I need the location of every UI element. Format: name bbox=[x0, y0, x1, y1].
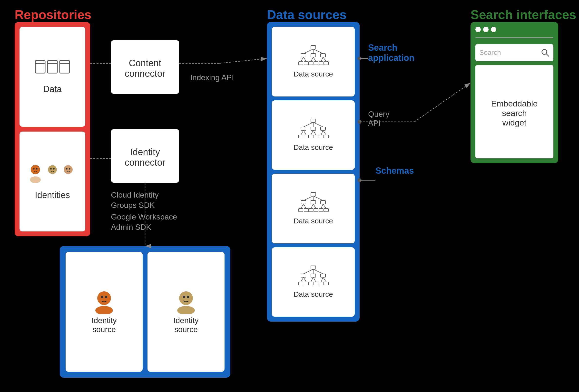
svg-rect-79 bbox=[299, 282, 303, 285]
svg-line-93 bbox=[323, 277, 326, 282]
data-card-label: Data bbox=[43, 84, 62, 94]
svg-line-69 bbox=[301, 204, 303, 208]
svg-line-71 bbox=[311, 204, 313, 208]
svg-line-66 bbox=[303, 196, 313, 200]
svg-rect-19 bbox=[301, 54, 306, 57]
svg-line-54 bbox=[321, 130, 323, 135]
search-application-label: Searchapplication bbox=[368, 43, 414, 63]
identity-sources-container: Identitysource Identitysource bbox=[60, 246, 230, 378]
search-dots bbox=[475, 27, 553, 32]
svg-line-31 bbox=[301, 57, 303, 62]
identities-card-label: Identities bbox=[35, 190, 70, 200]
diagram-container: Repositories Data sources Search interfa… bbox=[0, 0, 579, 392]
svg-line-51 bbox=[303, 130, 306, 135]
svg-rect-44 bbox=[314, 135, 318, 138]
svg-line-30 bbox=[313, 49, 323, 54]
svg-point-97 bbox=[95, 306, 113, 314]
network-icon-2 bbox=[297, 118, 329, 140]
svg-point-101 bbox=[177, 306, 195, 314]
svg-rect-59 bbox=[321, 200, 325, 204]
svg-line-32 bbox=[303, 57, 306, 62]
search-interfaces-title: Search interfaces bbox=[471, 7, 576, 22]
datasource-card-2-label: Data source bbox=[293, 143, 333, 151]
svg-rect-39 bbox=[311, 127, 316, 130]
datasource-card-2: Data source bbox=[272, 100, 355, 170]
svg-line-28 bbox=[303, 49, 313, 54]
svg-rect-2 bbox=[48, 61, 57, 73]
svg-line-89 bbox=[303, 277, 306, 282]
svg-point-100 bbox=[187, 296, 189, 298]
svg-rect-57 bbox=[301, 200, 306, 204]
identity-source-1-label: Identitysource bbox=[91, 316, 117, 334]
svg-point-12 bbox=[48, 165, 57, 174]
svg-rect-42 bbox=[304, 135, 308, 138]
identities-icon bbox=[28, 163, 77, 187]
svg-rect-56 bbox=[311, 193, 316, 196]
svg-point-96 bbox=[105, 296, 107, 298]
svg-rect-38 bbox=[301, 127, 306, 130]
identity-connector-label: Identityconnector bbox=[125, 147, 165, 168]
svg-rect-25 bbox=[314, 62, 318, 65]
svg-rect-4 bbox=[60, 61, 70, 73]
svg-point-11 bbox=[36, 168, 38, 170]
content-connector-label: Contentconnector bbox=[125, 58, 165, 79]
svg-point-17 bbox=[69, 168, 71, 170]
svg-point-13 bbox=[50, 168, 52, 170]
svg-rect-37 bbox=[311, 119, 316, 122]
datasource-card-3: Data source bbox=[272, 174, 355, 243]
identity-source-card-1: Identitysource bbox=[66, 252, 143, 372]
network-icon-4 bbox=[297, 265, 329, 287]
svg-rect-24 bbox=[309, 62, 313, 65]
svg-rect-27 bbox=[324, 62, 328, 65]
svg-rect-41 bbox=[299, 135, 303, 138]
svg-rect-61 bbox=[304, 208, 308, 212]
svg-rect-63 bbox=[314, 208, 318, 212]
svg-rect-78 bbox=[321, 274, 325, 277]
content-connector-card: Contentconnector bbox=[111, 40, 179, 94]
svg-line-33 bbox=[311, 57, 313, 62]
svg-point-15 bbox=[64, 165, 73, 174]
search-icon bbox=[541, 48, 550, 57]
dot-3 bbox=[491, 27, 496, 32]
svg-rect-18 bbox=[311, 46, 316, 49]
svg-rect-82 bbox=[314, 282, 318, 285]
repositories-container: Data Ident bbox=[15, 22, 90, 236]
svg-line-53 bbox=[313, 130, 316, 135]
data-card: Data bbox=[19, 27, 85, 127]
svg-line-55 bbox=[323, 130, 326, 135]
svg-line-92 bbox=[321, 277, 323, 282]
svg-line-90 bbox=[311, 277, 313, 282]
google-workspace-label: Google WorkspaceAdmin SDK bbox=[111, 212, 179, 232]
svg-rect-58 bbox=[311, 200, 316, 204]
identity-source-card-2: Identitysource bbox=[147, 252, 224, 372]
svg-rect-21 bbox=[321, 54, 325, 57]
svg-point-95 bbox=[101, 296, 103, 298]
svg-point-94 bbox=[97, 291, 111, 305]
cloud-identity-label: Cloud IdentityGroups SDK bbox=[111, 190, 174, 210]
data-sources-title: Data sources bbox=[267, 7, 347, 22]
svg-line-49 bbox=[313, 122, 323, 127]
svg-point-99 bbox=[183, 296, 185, 298]
svg-rect-43 bbox=[309, 135, 313, 138]
search-placeholder: Search bbox=[479, 49, 501, 57]
svg-rect-20 bbox=[311, 54, 316, 57]
svg-line-72 bbox=[313, 204, 316, 208]
dot-1 bbox=[475, 27, 481, 32]
svg-line-88 bbox=[301, 277, 303, 282]
svg-line-68 bbox=[313, 196, 323, 200]
svg-rect-22 bbox=[299, 62, 303, 65]
svg-line-34 bbox=[313, 57, 316, 62]
indexing-api-label: Indexing API bbox=[190, 73, 234, 82]
svg-line-91 bbox=[313, 277, 316, 282]
schemas-label: Schemas bbox=[375, 166, 414, 176]
svg-line-73 bbox=[321, 204, 323, 208]
svg-rect-62 bbox=[309, 208, 313, 212]
datasource-card-4-label: Data source bbox=[293, 290, 333, 298]
svg-line-110 bbox=[219, 59, 267, 63]
person1-icon bbox=[92, 290, 116, 314]
svg-rect-23 bbox=[304, 62, 308, 65]
datasource-card-3-label: Data source bbox=[293, 217, 333, 225]
query-api-label: QueryAPI bbox=[368, 110, 389, 128]
datasource-card-4: Data source bbox=[272, 247, 355, 317]
identities-card: Identities bbox=[19, 131, 85, 231]
